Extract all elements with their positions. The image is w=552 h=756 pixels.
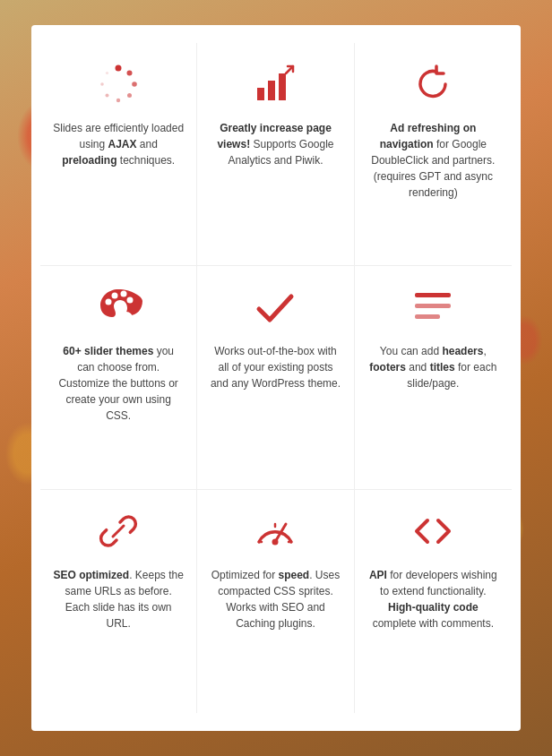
feature-themes-text: 60+ slider themes you can choose from. C…: [53, 343, 184, 424]
feature-ad-refresh: Ad refreshing on navigation for Google D…: [355, 43, 512, 266]
svg-rect-10: [279, 73, 286, 100]
refresh-icon: [406, 57, 460, 111]
feature-api: API for developers wishing to extend fun…: [355, 490, 512, 713]
feature-ajax-text: Slides are efficiently loaded using AJAX…: [53, 120, 184, 168]
feature-analytics: Greatly increase page views! Supports Go…: [197, 43, 354, 266]
feature-seo-text: SEO optimized. Keeps the same URLs as be…: [53, 567, 184, 631]
code-icon: [406, 504, 460, 558]
svg-rect-17: [415, 293, 451, 297]
feature-speed-text: Optimized for speed. Uses compacted CSS …: [210, 567, 341, 631]
svg-rect-8: [257, 88, 264, 100]
chart-icon: [248, 57, 302, 111]
svg-rect-19: [415, 314, 440, 319]
feature-ad-refresh-text: Ad refreshing on navigation for Google D…: [367, 120, 499, 201]
svg-point-4: [116, 99, 120, 102]
svg-point-21: [272, 538, 279, 545]
svg-point-2: [132, 82, 137, 87]
feature-seo: SEO optimized. Keeps the same URLs as be…: [40, 490, 197, 713]
svg-point-0: [116, 65, 122, 72]
svg-point-13: [112, 293, 118, 299]
checkmark-icon: [248, 280, 302, 334]
feature-speed: Optimized for speed. Uses compacted CSS …: [197, 490, 354, 713]
link-icon: [91, 504, 145, 558]
svg-point-6: [100, 82, 104, 86]
svg-rect-18: [415, 304, 451, 308]
svg-point-14: [121, 291, 127, 297]
feature-compatible: Works out-of-the-box with all of your ex…: [197, 266, 354, 489]
feature-themes: 60+ slider themes you can choose from. C…: [40, 266, 197, 489]
palette-icon: [91, 280, 145, 334]
svg-point-5: [106, 94, 109, 98]
svg-point-1: [127, 71, 133, 76]
svg-point-7: [106, 72, 108, 74]
svg-point-12: [106, 299, 112, 305]
loader-icon: [91, 57, 145, 111]
feature-headers: You can add headers, footers and titles …: [355, 266, 512, 489]
svg-point-15: [127, 297, 134, 304]
feature-analytics-text: Greatly increase page views! Supports Go…: [210, 120, 341, 168]
feature-headers-text: You can add headers, footers and titles …: [367, 343, 499, 391]
svg-rect-9: [268, 81, 275, 100]
svg-point-16: [120, 312, 133, 324]
feature-ajax: Slides are efficiently loaded using AJAX…: [40, 43, 197, 266]
feature-api-text: API for developers wishing to extend fun…: [367, 567, 499, 631]
feature-compatible-text: Works out-of-the-box with all of your ex…: [210, 343, 341, 391]
svg-point-3: [127, 93, 132, 98]
features-card: Slides are efficiently loaded using AJAX…: [31, 25, 521, 731]
lines-icon: [406, 280, 460, 334]
speedometer-icon: [248, 504, 302, 558]
